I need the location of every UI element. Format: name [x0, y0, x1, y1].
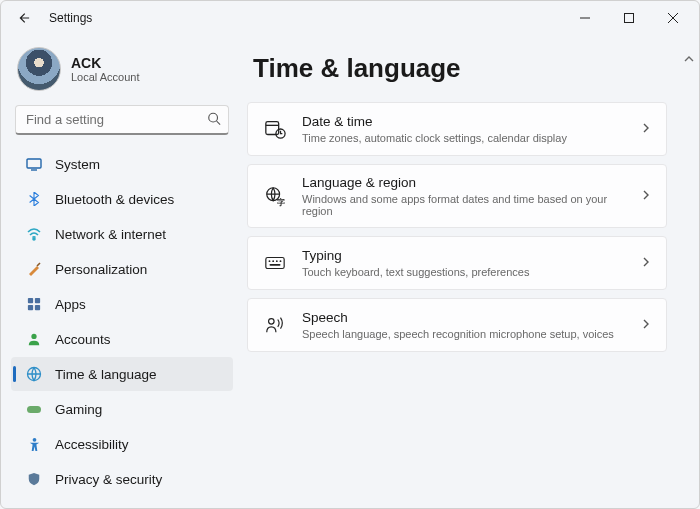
chevron-right-icon: [640, 256, 652, 271]
brush-icon: [25, 260, 43, 278]
sidebar-item-network[interactable]: Network & internet: [11, 217, 233, 251]
card-title: Typing: [302, 248, 640, 264]
svg-point-13: [31, 334, 36, 339]
update-icon: [25, 505, 43, 508]
settings-window: Settings ACK Local Account: [0, 0, 700, 509]
chevron-right-icon: [640, 318, 652, 333]
minimize-icon: [580, 13, 590, 23]
sidebar-item-label: Privacy & security: [55, 472, 162, 487]
date-time-icon: [262, 116, 288, 142]
close-button[interactable]: [651, 3, 695, 33]
sidebar-item-personalization[interactable]: Personalization: [11, 252, 233, 286]
svg-rect-22: [266, 258, 284, 269]
sidebar-item-label: Network & internet: [55, 227, 166, 242]
person-icon: [25, 330, 43, 348]
sidebar-item-label: Personalization: [55, 262, 147, 277]
svg-rect-15: [27, 406, 41, 413]
shield-icon: [25, 470, 43, 488]
svg-point-28: [269, 319, 275, 325]
back-button[interactable]: [11, 6, 35, 30]
language-region-icon: 字: [262, 183, 288, 209]
search-icon: [207, 112, 221, 129]
card-title: Date & time: [302, 114, 640, 130]
nav-list: System Bluetooth & devices Network & int…: [11, 147, 233, 508]
main-pane: Time & language Date & time Time zones, …: [241, 35, 699, 508]
bluetooth-icon: [25, 190, 43, 208]
card-speech[interactable]: Speech Speech language, speech recogniti…: [247, 298, 667, 352]
svg-rect-10: [35, 298, 40, 303]
speech-icon: [262, 312, 288, 338]
avatar: [17, 47, 61, 91]
profile-subtitle: Local Account: [71, 71, 140, 83]
sidebar-item-accessibility[interactable]: Accessibility: [11, 427, 233, 461]
gaming-icon: [25, 400, 43, 418]
sidebar-item-label: Accounts: [55, 332, 111, 347]
card-language-region[interactable]: 字 Language & region Windows and some app…: [247, 164, 667, 228]
maximize-button[interactable]: [607, 3, 651, 33]
chevron-right-icon: [640, 189, 652, 204]
card-typing[interactable]: Typing Touch keyboard, text suggestions,…: [247, 236, 667, 290]
sidebar-item-label: Time & language: [55, 367, 157, 382]
sidebar-item-label: System: [55, 157, 100, 172]
accessibility-icon: [25, 435, 43, 453]
card-title: Language & region: [302, 175, 640, 191]
keyboard-icon: [262, 250, 288, 276]
svg-point-8: [33, 238, 35, 240]
svg-point-16: [32, 437, 36, 441]
system-icon: [25, 155, 43, 173]
sidebar-item-bluetooth[interactable]: Bluetooth & devices: [11, 182, 233, 216]
wifi-icon: [25, 225, 43, 243]
sidebar-item-time-language[interactable]: Time & language: [11, 357, 233, 391]
sidebar-item-privacy[interactable]: Privacy & security: [11, 462, 233, 496]
card-subtitle: Windows and some apps format dates and t…: [302, 193, 640, 217]
svg-rect-6: [27, 159, 41, 168]
svg-rect-12: [35, 305, 40, 310]
card-date-time[interactable]: Date & time Time zones, automatic clock …: [247, 102, 667, 156]
body: ACK Local Account System Bluetooth & dev…: [1, 35, 699, 508]
apps-icon: [25, 295, 43, 313]
back-arrow-icon: [16, 11, 30, 25]
search-box: [15, 105, 229, 135]
card-subtitle: Touch keyboard, text suggestions, prefer…: [302, 266, 640, 278]
minimize-button[interactable]: [563, 3, 607, 33]
sidebar-item-apps[interactable]: Apps: [11, 287, 233, 321]
page-title: Time & language: [253, 53, 679, 84]
maximize-icon: [624, 13, 634, 23]
svg-rect-9: [28, 298, 33, 303]
svg-point-4: [209, 113, 218, 122]
globe-clock-icon: [25, 365, 43, 383]
svg-text:字: 字: [277, 197, 285, 207]
sidebar-item-label: Accessibility: [55, 437, 129, 452]
sidebar: ACK Local Account System Bluetooth & dev…: [1, 35, 241, 508]
card-title: Speech: [302, 310, 640, 326]
window-title: Settings: [49, 11, 92, 25]
svg-rect-17: [266, 122, 279, 135]
svg-line-5: [217, 121, 221, 125]
sidebar-item-label: Apps: [55, 297, 86, 312]
sidebar-item-system[interactable]: System: [11, 147, 233, 181]
svg-rect-1: [625, 14, 634, 23]
sidebar-item-gaming[interactable]: Gaming: [11, 392, 233, 426]
sidebar-item-label: Gaming: [55, 402, 102, 417]
svg-rect-11: [28, 305, 33, 310]
card-subtitle: Time zones, automatic clock settings, ca…: [302, 132, 640, 144]
search-input[interactable]: [15, 105, 229, 135]
titlebar: Settings: [1, 1, 699, 35]
profile-name: ACK: [71, 55, 140, 71]
sidebar-item-windows-update[interactable]: Windows Update: [11, 497, 233, 508]
chevron-right-icon: [640, 122, 652, 137]
card-subtitle: Speech language, speech recognition micr…: [302, 328, 640, 340]
profile-block[interactable]: ACK Local Account: [11, 41, 233, 105]
close-icon: [668, 13, 678, 23]
sidebar-item-accounts[interactable]: Accounts: [11, 322, 233, 356]
sidebar-item-label: Windows Update: [55, 507, 157, 509]
scroll-up-icon[interactable]: [683, 53, 695, 68]
cards-list: Date & time Time zones, automatic clock …: [247, 102, 679, 352]
sidebar-item-label: Bluetooth & devices: [55, 192, 174, 207]
